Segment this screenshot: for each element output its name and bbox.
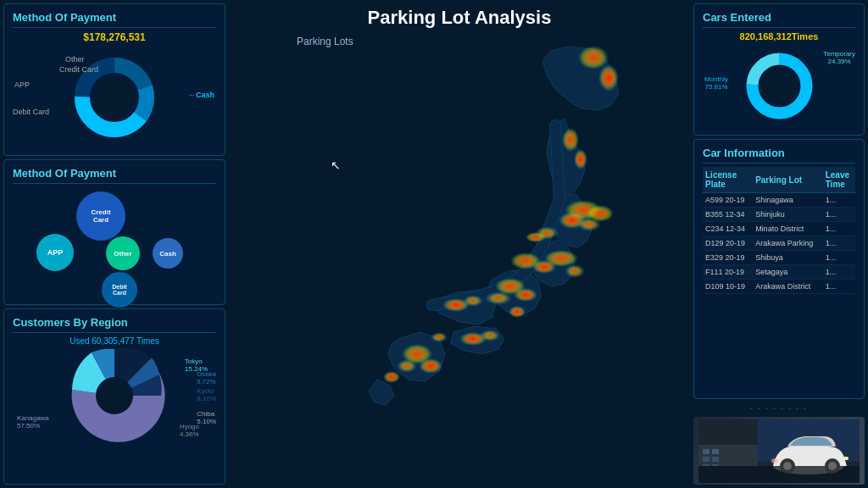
heat-kanto-4: [587, 205, 614, 222]
heat-chubu-4: [510, 252, 541, 269]
cell-plate: B355 12-34: [703, 208, 753, 222]
heat-misc-4: [383, 371, 400, 383]
cell-lot: Shinjuku: [753, 208, 823, 222]
heat-misc-3: [431, 332, 448, 342]
cell-time: 1...: [823, 236, 855, 251]
car-info-title: Car Information: [703, 147, 855, 164]
payment-method-card-2: Method Of Payment CreditCard APP Other C…: [3, 159, 225, 305]
cell-lot: Arakawa Parking: [753, 236, 823, 251]
cell-time: 1...: [823, 193, 855, 208]
cell-plate: E329 20-19: [703, 251, 753, 265]
monthly-label: Monthly75.81%: [704, 75, 728, 91]
heat-kyushu-3: [397, 359, 417, 373]
table-row: A599 20-19Shinagawa1...: [703, 193, 855, 208]
bubble-cash: Cash: [153, 238, 183, 269]
car-image-svg: [698, 419, 860, 483]
label-kyoto: Kyoto8.10%: [197, 387, 216, 402]
svg-rect-12: [712, 449, 719, 454]
heat-kyushu-2: [419, 358, 442, 374]
svg-rect-14: [712, 457, 719, 462]
cell-lot: Arakawa District: [753, 280, 823, 294]
heat-misc-2: [509, 306, 526, 318]
heat-hokkaido-2: [598, 64, 619, 92]
cell-time: 1...: [823, 251, 855, 265]
col-lot: Parking Lot: [753, 167, 823, 193]
svg-point-23: [828, 462, 837, 470]
payment-method-card-1: Method Of Payment $178,276,531 Other Cre…: [3, 3, 225, 156]
pie-center: [96, 377, 133, 414]
bubble-chart: CreditCard APP Other Cash DebitCard: [13, 187, 216, 297]
payment-title-2: Method Of Payment: [13, 167, 216, 184]
bubble-other: Other: [106, 236, 140, 270]
cars-entered-title: Cars Entered: [703, 11, 855, 28]
cell-lot: Shibuya: [753, 251, 823, 265]
cursor: ↖: [331, 158, 341, 172]
pie-chart: Tokyo15.24% Osaka9.72% Kyoto8.10% Chiba5…: [13, 349, 216, 442]
table-row: C234 12-34Minato District1...: [703, 222, 855, 236]
svg-point-4: [95, 78, 134, 117]
heat-tohoku-2: [574, 149, 587, 169]
cell-lot: Setagaya: [753, 265, 823, 280]
map-area: Parking Lot Analysis Parking Lots: [229, 0, 690, 488]
car-info-table: LicensePlate Parking Lot LeaveTime A599 …: [703, 167, 855, 294]
heat-shikoku-2: [480, 330, 500, 341]
car-table-body: A599 20-19Shinagawa1...B355 12-34Shinjuk…: [703, 193, 855, 294]
svg-point-21: [783, 462, 792, 470]
col-time: LeaveTime: [823, 167, 855, 193]
heat-chugoku-2: [463, 295, 483, 307]
cell-plate: D109 10-19: [703, 280, 753, 294]
svg-rect-13: [703, 457, 709, 462]
heat-tohoku-1: [562, 128, 579, 152]
heat-kinki-2: [514, 288, 537, 302]
pie-svg: [59, 341, 170, 451]
heat-chubu-3: [565, 264, 585, 278]
cars-entered-card: Cars Entered 820,168,312Times Monthly75.…: [693, 3, 865, 136]
customers-title: Customers By Region: [13, 316, 216, 333]
label-app: APP: [14, 80, 30, 89]
car-image: [693, 417, 865, 485]
col-license: LicensePlate: [703, 167, 753, 193]
table-header-row: LicensePlate Parking Lot LeaveTime: [703, 167, 855, 193]
bubble-creditcard: CreditCard: [76, 191, 125, 241]
japan-map-svg: ↖: [229, 0, 690, 488]
payment-title-1: Method Of Payment: [13, 11, 216, 28]
svg-point-8: [764, 70, 794, 101]
left-panel: Method Of Payment $178,276,531 Other Cre…: [0, 0, 229, 488]
cell-plate: D129 20-19: [703, 236, 753, 251]
cell-time: 1...: [823, 265, 855, 280]
cell-plate: C234 12-34: [703, 222, 753, 236]
cell-plate: F111 20-19: [703, 265, 753, 280]
cell-time: 1...: [823, 208, 855, 222]
label-cash: ←Cash: [188, 91, 214, 99]
table-row: E329 20-19Shibuya1...: [703, 251, 855, 265]
cell-lot: Minato District: [753, 222, 823, 236]
right-panel: Cars Entered 820,168,312Times Monthly75.…: [690, 0, 868, 488]
cell-plate: A599 20-19: [703, 193, 753, 208]
main-title: Parking Lot Analysis: [229, 7, 690, 29]
temporary-label: Temporary24.39%: [823, 50, 855, 65]
cell-time: 1...: [823, 222, 855, 236]
label-osaka: Osaka9.72%: [197, 370, 216, 385]
payment-amount: $178,276,531: [13, 31, 216, 43]
svg-rect-11: [703, 449, 709, 454]
cars-donut-svg: [739, 46, 820, 126]
donut-chart-1: Other Credit Card APP Debit Card ←Cash: [13, 47, 216, 148]
cell-time: 1...: [823, 280, 855, 294]
customers-region-card: Customers By Region Used 60,305,477 Time…: [3, 308, 225, 485]
label-chiba: Chiba5.10%: [197, 410, 216, 425]
separator-dots: • • • • • • • •: [693, 402, 865, 413]
cars-entered-amount: 820,168,312Times: [703, 31, 855, 42]
heat-misc-5: [526, 232, 546, 242]
table-row: F111 20-19Setagaya1...: [703, 265, 855, 280]
parking-lots-label: Parking Lots: [297, 36, 353, 47]
donut-svg-1: [68, 51, 161, 144]
label-hyogo: Hyogo4.36%: [180, 423, 199, 438]
table-row: D129 20-19Arakawa Parking1...: [703, 236, 855, 251]
island1: [369, 380, 394, 405]
cars-donut-container: Monthly75.81% Temporary24.39%: [703, 43, 855, 128]
label-debitcard: Debit Card: [13, 108, 49, 116]
label-kanagawa: Kanagawa57.50%: [17, 414, 49, 430]
table-row: B355 12-34Shinjuku1...: [703, 208, 855, 222]
car-info-card: Car Information LicensePlate Parking Lot…: [693, 139, 865, 399]
table-row: D109 10-19Arakawa District1...: [703, 280, 855, 294]
